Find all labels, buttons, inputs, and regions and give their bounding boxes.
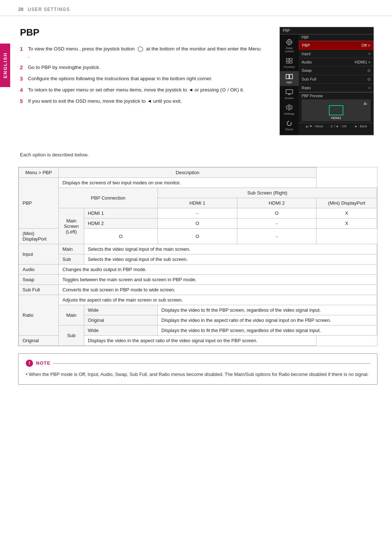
osd-menu-value-audio: HDMI1 > — [355, 60, 371, 64]
osd-menu-item-ratio[interactable]: Ratio > — [299, 84, 373, 92]
table-cell-input-sub-desc: Selects the video signal input of the su… — [84, 254, 377, 265]
osd-icon-pbp[interactable]: PBP — [280, 71, 299, 86]
osd-icon-screen[interactable]: Screen — [280, 87, 299, 102]
table-cell-ratio-main-wide-desc: Displays the video to fit the PBP screen… — [158, 305, 377, 315]
table-cell-pbp-label: PBP — [19, 178, 59, 229]
step-3: 3 Configure the options following the in… — [20, 75, 261, 83]
table-cell-swap-label: Swap — [19, 275, 59, 285]
svg-point-15 — [289, 107, 290, 108]
svg-rect-11 — [290, 74, 293, 79]
table-cell-hdmi1-hdmi1: - — [158, 208, 237, 218]
step-5: 5 If you want to exit the OSD menu, move… — [20, 98, 261, 105]
osd-icon-settings[interactable]: Settings — [280, 102, 299, 117]
control-back: ◄ : Back — [354, 124, 367, 128]
osd-menu-item-audio[interactable]: Audio HDMI1 > — [299, 58, 373, 66]
table-row-input-sub: Sub Selects the video signal input of th… — [19, 254, 377, 265]
table-cell-main-screen-left: MainScreen(Left) — [59, 208, 84, 244]
table-cell-swap-desc: Toggles between the main screen and sub … — [59, 275, 377, 285]
osd-icons-column: Easy control Function — [280, 34, 299, 135]
osd-icon-function[interactable]: Function — [280, 56, 299, 70]
osd-menu-column: PBP PBP Off > Input > Audio HDMI1 > Sw — [299, 34, 373, 135]
osd-menu-arrow-ratio: > — [368, 86, 371, 90]
note-section: ! NOTE • When the PBP mode is Off, Input… — [18, 353, 377, 385]
table-cell-ratio-sub-orig-desc: Displays the video in the aspect ratio o… — [84, 336, 317, 346]
table-cell-ratio-sub-wide-label: Wide — [84, 325, 158, 336]
table-row-ratio-main-wide: Main Wide Displays the video to fit the … — [19, 305, 377, 315]
osd-menu-item-swap[interactable]: Swap ⊙ — [299, 66, 373, 75]
svg-point-1 — [288, 41, 290, 43]
svg-rect-10 — [286, 74, 289, 79]
step-text-2: Go to PBP by movingthe joystick. — [28, 64, 261, 71]
table-cell-ratio-main-label: Main — [59, 305, 84, 325]
table-cell-ratio-main-orig-desc: Displays the video in the aspect ratio o… — [158, 315, 377, 325]
table-cell-ratio-sub-label: Sub — [59, 325, 84, 346]
main-content: PBP 1 To view the OSD menu , press the j… — [0, 16, 392, 146]
osd-preview-section: PBP Preview 🔈 HDMI1 — [299, 92, 373, 123]
table-col-hdmi2: HDMI 2 — [237, 198, 317, 208]
table-cell-hdmi2-dp: X — [317, 218, 377, 229]
osd-panel-header: PBP — [280, 27, 373, 34]
table-row-pbp-sub-header: PBP Connection Sub Screen (Right) — [19, 188, 377, 198]
osd-icon-label-reset: Reset — [286, 128, 293, 131]
step-num-4: 4 — [20, 86, 25, 94]
osd-menu-item-input[interactable]: Input > — [299, 50, 373, 58]
osd-menu-item-pbp[interactable]: PBP Off > — [299, 41, 373, 50]
step-text-3: Configure the options following the inst… — [28, 75, 261, 83]
gear-circle-icon — [286, 38, 293, 46]
steps-list: 1 To view the OSD menu , press the joyst… — [20, 45, 261, 105]
table-row-hdmi1: MainScreen(Left) HDMI 1 - O X — [19, 208, 377, 218]
table-col-hdmi1: HDMI 1 — [158, 198, 237, 208]
table-header-menu: Menu > PBP — [19, 168, 59, 178]
page-header: 28 USER SETTINGS — [0, 0, 392, 16]
table-cell-sub-screen-right: Sub Screen (Right) — [158, 188, 377, 198]
main-table-wrapper: Menu > PBP Description PBP Displays the … — [18, 167, 377, 346]
table-cell-hdmi1-dp: X — [317, 208, 377, 218]
osd-menu-label-pbp: PBP — [302, 43, 310, 48]
table-cell-ratio-main-wide-label: Wide — [84, 305, 158, 315]
table-cell-pbp-desc: Displays the screens of two input modes … — [59, 178, 317, 188]
osd-icon-easy-control[interactable]: Easy control — [280, 37, 299, 55]
table-header-description: Description — [59, 168, 317, 178]
note-label: NOTE — [36, 360, 50, 367]
osd-layout: Easy control Function — [280, 34, 373, 135]
preview-screen-icon — [329, 105, 343, 115]
section-title: USER SETTINGS — [28, 7, 70, 12]
osd-icon-reset[interactable]: Reset — [280, 118, 299, 133]
step-4: 4 To return to the upper menu or set oth… — [20, 86, 261, 94]
table-cell-ratio-label: Ratio — [19, 295, 59, 336]
table-cell-dp-hdmi2: O — [158, 229, 237, 244]
svg-rect-8 — [286, 61, 289, 63]
osd-menu-item-subfull[interactable]: Sub Full ⊙ — [299, 75, 373, 84]
step-text-4: To return to the upper menu or set other… — [28, 86, 261, 94]
osd-preview-label: PBP Preview — [302, 94, 371, 98]
table-cell-ratio-sub-wide-desc: Displays the video to fit the PBP screen… — [158, 325, 377, 336]
osd-menu-label-input: Input — [302, 52, 310, 56]
language-label: ENGLISH — [3, 52, 8, 78]
osd-menu-title: PBP — [299, 34, 373, 41]
note-divider-line — [53, 363, 370, 364]
reset-icon — [286, 120, 293, 127]
table-cell-input-main-desc: Selects the video signal input of the ma… — [84, 244, 377, 254]
table-cell-input-main-label: Main — [59, 244, 84, 254]
osd-menu-label-subfull: Sub Full — [302, 77, 316, 82]
step-1: 1 To view the OSD menu , press the joyst… — [20, 45, 261, 60]
table-cell-input-label: Input — [19, 244, 59, 265]
table-cell-hdmi2-hdmi2: - — [237, 218, 317, 229]
osd-controls-bar: ▲/▼ : Move ⊙ / ► : OK ◄ : Back — [299, 123, 373, 130]
osd-menu-label-audio: Audio — [302, 60, 312, 64]
step-text-5: If you want to exit the OSD menu, move t… — [28, 98, 261, 105]
table-cell-hdmi2-hdmi1: O — [158, 218, 237, 229]
step-num-2: 2 — [20, 64, 25, 71]
osd-menu-value-pbp: Off > — [362, 43, 370, 48]
osd-icon-label-easy-control: Easy control — [281, 46, 297, 53]
osd-icon-label-pbp: PBP — [286, 81, 292, 84]
table-row-ratio-sub-wide: Sub Wide Displays the video to fit the P… — [19, 325, 377, 336]
note-text: • When the PBP mode is Off, Input, Audio… — [26, 371, 370, 378]
osd-icon-label-settings: Settings — [284, 112, 295, 115]
table-col-dp: (Mini) DisplayPort — [317, 198, 377, 208]
osd-icon-label-screen: Screen — [285, 97, 294, 100]
svg-rect-7 — [290, 58, 292, 60]
osd-menu-label-ratio: Ratio — [302, 86, 311, 90]
language-tab: ENGLISH — [0, 44, 10, 87]
table-row-input-main: Input Main Selects the video signal inpu… — [19, 244, 377, 254]
